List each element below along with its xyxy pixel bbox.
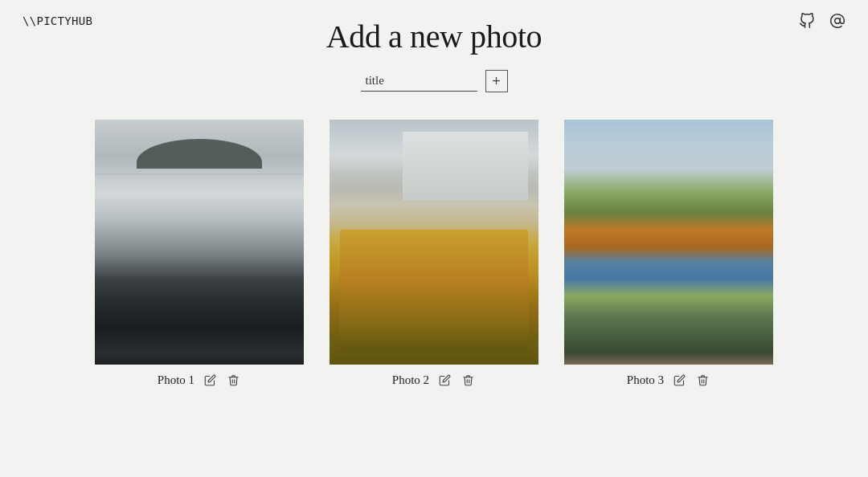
trash-icon-3 xyxy=(697,374,709,386)
github-button[interactable] xyxy=(799,13,815,29)
edit-icon-1 xyxy=(204,374,216,386)
edit-photo-1-button[interactable] xyxy=(203,373,218,388)
edit-icon-3 xyxy=(674,374,686,386)
photo-label-1: Photo 1 xyxy=(158,373,194,387)
photo-grid: Photo 1 Photo 2 xyxy=(0,120,868,388)
trash-icon-2 xyxy=(462,374,474,386)
photo-label-2: Photo 2 xyxy=(392,373,429,387)
add-photo-button[interactable]: + xyxy=(485,70,508,92)
nav-icons xyxy=(799,13,845,29)
photo-item-3: Photo 3 xyxy=(564,120,773,388)
edit-photo-3-button[interactable] xyxy=(672,373,687,388)
logo: \\PICTYHUB xyxy=(23,14,92,27)
at-icon xyxy=(829,13,845,29)
photo-item-1: Photo 1 xyxy=(95,120,304,388)
navbar: \\PICTYHUB xyxy=(0,0,868,42)
photo-frame-2 xyxy=(330,120,538,365)
delete-photo-1-button[interactable] xyxy=(226,373,241,388)
photo-label-row-1: Photo 1 xyxy=(158,373,241,388)
photo-label-row-2: Photo 2 xyxy=(392,373,476,388)
title-input[interactable] xyxy=(361,71,477,92)
photo-item-2: Photo 2 xyxy=(330,120,538,388)
photo-label-3: Photo 3 xyxy=(627,373,664,387)
edit-photo-2-button[interactable] xyxy=(437,373,452,388)
delete-photo-2-button[interactable] xyxy=(461,373,476,388)
photo-frame-1 xyxy=(95,120,304,365)
svg-point-0 xyxy=(835,18,841,24)
github-icon xyxy=(799,13,815,29)
trash-icon-1 xyxy=(227,374,240,386)
edit-icon-2 xyxy=(439,374,451,386)
at-button[interactable] xyxy=(829,13,845,29)
photo-frame-3 xyxy=(564,120,773,365)
add-photo-form: + xyxy=(0,70,868,92)
photo-label-row-3: Photo 3 xyxy=(627,373,710,388)
delete-photo-3-button[interactable] xyxy=(695,373,710,388)
